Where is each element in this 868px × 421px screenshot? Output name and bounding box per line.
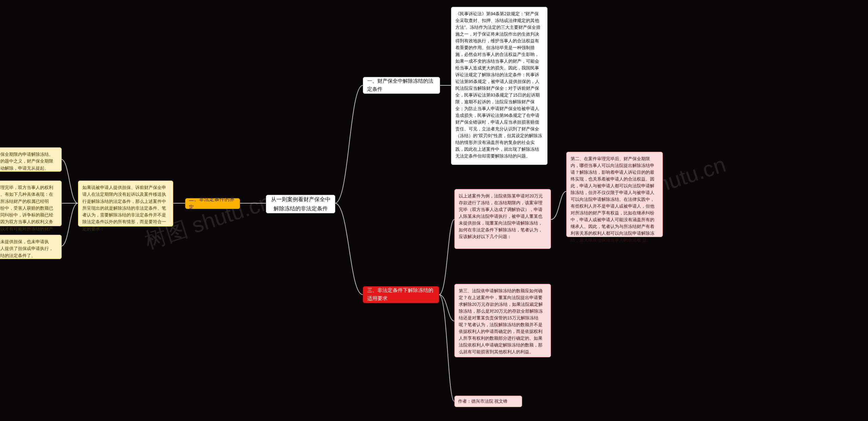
branch-3-title[interactable]: 三、非法定条件下解除冻结的适用要求 xyxy=(363,286,439,303)
branch-2-text[interactable]: 如果说被申请人提供担保、诉前财产保全申请人在法定期限内没有起诉以及案件移送执行是… xyxy=(78,181,173,227)
branch-2-title[interactable]: 二、非法定条件的界定 xyxy=(185,198,240,209)
branch-1-title[interactable]: 一、财产保全中解除冻结的法定条件 xyxy=(363,77,440,94)
branch-3-leaf-author[interactable]: 作者：德兴市法院 祝文锋 xyxy=(454,396,522,407)
branch-2-sub-2[interactable]: （二）案件审理完毕，双方当事人的权利义务已经确定。有如下几种具体表现：在权属纠纷… xyxy=(0,181,62,226)
root-node[interactable]: 从一则案例看财产保全中解除冻结的非法定条件 xyxy=(266,195,335,213)
branch-3-leaf-c[interactable]: 第三、法院依申请解除冻结的数额应如何确定？在上述案件中，董某向法院提出申请要求解… xyxy=(454,284,551,357)
branch-1-text[interactable]: 《民事诉讼法》第94条第2款规定："财产保全采取查封、扣押、冻结或法律规定的其他… xyxy=(451,7,548,165)
branch-2-sub-3[interactable]: （三）当事人未提供担保，也未申请执行。如果当事人提供了担保或申请执行，那就有解除… xyxy=(0,235,62,259)
branch-2-sub-1[interactable]: （一）在财产保全期限内申请解除冻结。这是解除冻结的题中之义，财产保全期限届满，冻… xyxy=(0,147,62,172)
branch-3-leaf-b[interactable]: 第二、在案件审理完毕后、财产保全期限内，哪些当事人可以向法院提出解除冻结申请？解… xyxy=(566,152,663,237)
branch-3-leaf-a[interactable]: 以上述案件为例，法院依陈某申请对20万元存款进行了冻结，在冻结期限内，该案审理完… xyxy=(454,189,551,249)
